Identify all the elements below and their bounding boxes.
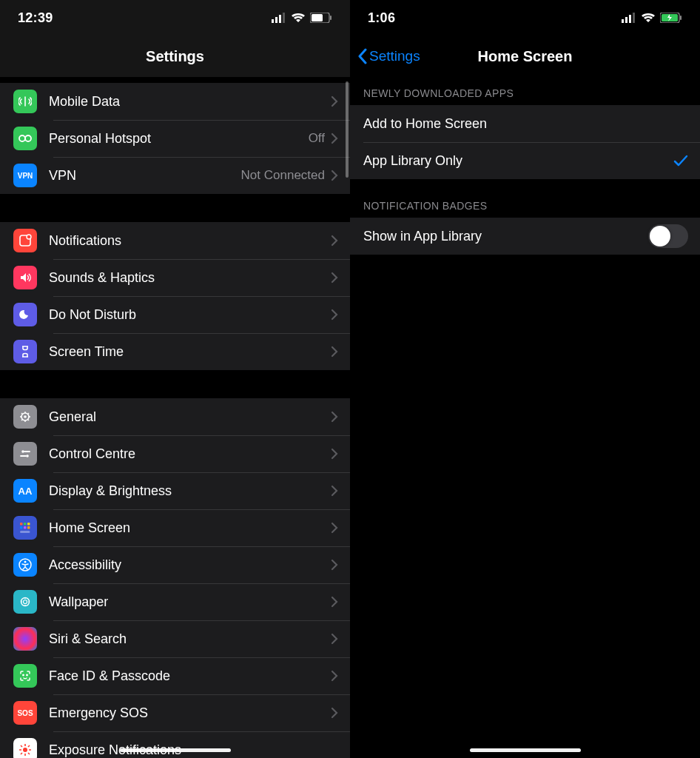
- section-newly-downloaded: Add to Home Screen App Library Only: [350, 105, 700, 179]
- row-label: Personal Hotspot: [49, 131, 309, 147]
- back-label: Settings: [369, 48, 420, 64]
- row-label: VPN: [49, 168, 241, 184]
- wifi-icon: [641, 13, 656, 23]
- settings-group-notifications: Notifications Sounds & Haptics Do Not Di…: [0, 222, 350, 370]
- row-label: Do Not Disturb: [49, 307, 331, 323]
- chevron-right-icon: [331, 170, 338, 181]
- chevron-left-icon: [357, 48, 368, 64]
- settings-row-home-screen[interactable]: Home Screen: [0, 509, 350, 546]
- row-label: Home Screen: [49, 520, 331, 536]
- svg-rect-2: [279, 15, 281, 23]
- section-header-badges: NOTIFICATION BADGES: [350, 179, 700, 218]
- chevron-right-icon: [331, 95, 338, 107]
- settings-row-siri[interactable]: Siri & Search: [0, 620, 350, 657]
- scroll-indicator[interactable]: [346, 81, 349, 178]
- settings-row-dnd[interactable]: Do Not Disturb: [0, 296, 350, 333]
- row-label: General: [49, 409, 331, 425]
- settings-row-faceid[interactable]: Face ID & Passcode: [0, 657, 350, 694]
- chevron-right-icon: [331, 309, 338, 321]
- settings-row-display[interactable]: AA Display & Brightness: [0, 472, 350, 509]
- page-title: Home Screen: [478, 48, 573, 65]
- settings-row-screentime[interactable]: Screen Time: [0, 333, 350, 370]
- back-button[interactable]: Settings: [357, 48, 420, 64]
- toggle-label: Show in App Library: [363, 229, 648, 244]
- row-label: Mobile Data: [49, 94, 331, 110]
- row-label: Accessibility: [49, 557, 331, 573]
- status-time: 1:06: [368, 10, 395, 26]
- wifi-icon: [291, 13, 306, 23]
- settings-row-accessibility[interactable]: Accessibility: [0, 546, 350, 583]
- chevron-right-icon: [331, 707, 338, 719]
- chevron-right-icon: [331, 485, 338, 497]
- section-header-newly-downloaded: NEWLY DOWNLOADED APPS: [350, 77, 700, 105]
- screentime-icon: [13, 340, 37, 363]
- row-label: Display & Brightness: [49, 483, 331, 499]
- svg-point-23: [24, 561, 27, 563]
- row-label: Sounds & Haptics: [49, 270, 331, 286]
- row-label: Notifications: [49, 233, 331, 249]
- home-indicator[interactable]: [470, 748, 581, 752]
- row-label: Siri & Search: [49, 631, 331, 647]
- chevron-right-icon: [331, 133, 338, 144]
- settings-row-control-centre[interactable]: Control Centre: [0, 435, 350, 472]
- settings-row-exposure[interactable]: Exposure Notifications: [0, 731, 350, 758]
- status-time: 12:39: [18, 10, 53, 26]
- accessibility-icon: [13, 553, 37, 577]
- svg-rect-30: [625, 17, 627, 23]
- svg-rect-35: [680, 16, 682, 20]
- svg-point-27: [27, 674, 27, 675]
- svg-rect-31: [629, 15, 631, 23]
- chevron-right-icon: [331, 596, 338, 608]
- svg-rect-16: [24, 523, 27, 526]
- nav-bar: Settings: [0, 36, 350, 77]
- settings-row-vpn[interactable]: VPN VPN Not Connected: [0, 157, 350, 194]
- row-label: Emergency SOS: [49, 705, 331, 721]
- toggle-show-in-app-library[interactable]: Show in App Library: [350, 218, 700, 255]
- settings-row-mobile-data[interactable]: Mobile Data: [0, 83, 350, 120]
- mobile-data-icon: [13, 90, 37, 113]
- chevron-right-icon: [331, 411, 338, 423]
- home-indicator[interactable]: [120, 748, 231, 752]
- toggle-switch[interactable]: [648, 224, 688, 248]
- svg-rect-29: [622, 19, 624, 23]
- sos-icon: SOS: [13, 701, 37, 725]
- status-icons: [272, 13, 332, 23]
- row-label: Wallpaper: [49, 594, 331, 610]
- notifications-icon: [13, 229, 37, 252]
- settings-group-general: General Control Centre AA Display & Brig…: [0, 398, 350, 758]
- checkmark-icon: [673, 154, 688, 167]
- status-icons: [622, 13, 682, 23]
- svg-point-26: [23, 674, 24, 675]
- svg-rect-32: [633, 13, 635, 23]
- chevron-right-icon: [331, 670, 338, 682]
- settings-group-connectivity: Mobile Data Personal Hotspot Off VPN VPN…: [0, 83, 350, 194]
- svg-rect-0: [272, 19, 274, 23]
- faceid-icon: [13, 664, 37, 688]
- settings-row-sos[interactable]: SOS Emergency SOS: [0, 694, 350, 731]
- svg-point-25: [24, 600, 27, 604]
- sounds-icon: [13, 266, 37, 289]
- home-screen-settings: 1:06 Settings Home Screen NEWLY DOWNLOAD…: [350, 0, 700, 758]
- option-app-library-only[interactable]: App Library Only: [350, 142, 700, 179]
- row-label: Face ID & Passcode: [49, 668, 331, 684]
- home-screen-icon: [13, 516, 37, 540]
- chevron-right-icon: [331, 346, 338, 358]
- section-badges: Show in App Library: [350, 218, 700, 255]
- svg-rect-15: [20, 523, 23, 526]
- option-label: Add to Home Screen: [363, 116, 688, 132]
- svg-point-7: [19, 135, 25, 141]
- status-bar: 1:06: [350, 0, 700, 36]
- settings-row-general[interactable]: General: [0, 398, 350, 435]
- svg-rect-5: [312, 14, 323, 21]
- option-add-to-home-screen[interactable]: Add to Home Screen: [350, 105, 700, 142]
- page-title: Settings: [146, 48, 204, 65]
- svg-point-28: [23, 748, 27, 752]
- settings-row-sounds[interactable]: Sounds & Haptics: [0, 259, 350, 296]
- settings-row-notifications[interactable]: Notifications: [0, 222, 350, 259]
- svg-point-12: [24, 415, 27, 418]
- chevron-right-icon: [331, 272, 338, 284]
- row-label: Screen Time: [49, 344, 331, 360]
- svg-point-24: [21, 598, 30, 606]
- settings-row-wallpaper[interactable]: Wallpaper: [0, 583, 350, 620]
- settings-row-personal-hotspot[interactable]: Personal Hotspot Off: [0, 120, 350, 157]
